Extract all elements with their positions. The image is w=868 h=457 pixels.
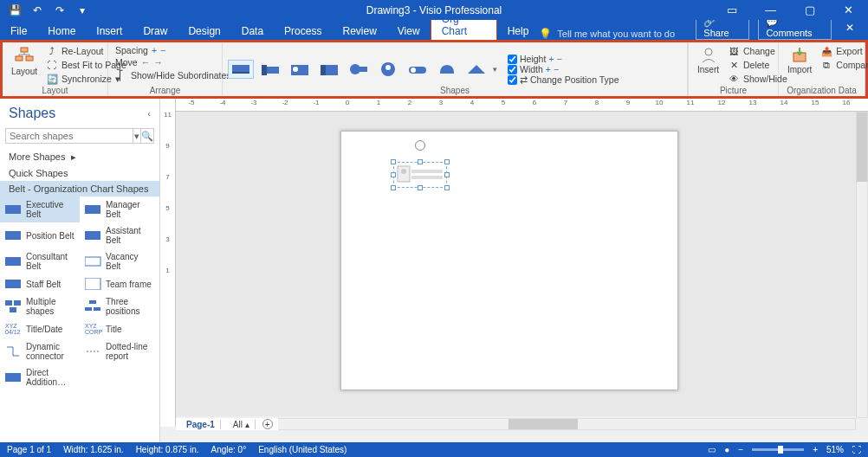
gallery-more-icon[interactable]: ▾	[493, 65, 497, 74]
close-button[interactable]: ✕	[829, 0, 868, 20]
stencil-team-frame[interactable]: Team frame	[80, 274, 159, 293]
svg-rect-27	[5, 300, 12, 306]
collapse-panel-icon[interactable]: ‹	[147, 108, 151, 119]
compare-button[interactable]: ⧉Compare	[819, 58, 868, 72]
search-go-icon[interactable]: 🔍	[140, 129, 153, 143]
stencil-manager-belt[interactable]: Manager Belt	[80, 196, 159, 222]
zoom-in-button[interactable]: +	[813, 445, 818, 454]
insert-picture-button[interactable]: Insert	[694, 44, 722, 76]
menu-bar: File Home Insert Draw Design Data Proces…	[0, 20, 868, 40]
tab-design[interactable]: Design	[178, 23, 230, 40]
zoom-slider[interactable]	[752, 448, 804, 451]
save-icon[interactable]: 💾	[9, 4, 21, 16]
rotation-handle[interactable]	[415, 140, 425, 151]
import-button[interactable]: Import	[784, 44, 815, 76]
stencil-multiple-shapes[interactable]: Multiple shapes	[0, 293, 80, 319]
tell-me-input[interactable]	[557, 29, 696, 39]
changepos-icon: ⇄	[520, 74, 528, 85]
shapes-search[interactable]: ▾ 🔍	[5, 128, 154, 144]
tab-review[interactable]: Review	[332, 23, 386, 40]
stencil-dotted-report[interactable]: Dotted-line report	[80, 338, 159, 364]
height-check[interactable]	[508, 55, 517, 64]
stencil-direct-addition[interactable]: Direct Addition…	[0, 364, 80, 390]
stencil-title-date[interactable]: XYZ04/12Title/Date	[0, 319, 80, 338]
more-shapes[interactable]: More Shapes ▸	[0, 149, 159, 165]
svg-rect-12	[359, 67, 367, 72]
show-hide-sub-button[interactable]: ⎡Show/Hide Subordinates	[113, 68, 233, 82]
status-width: Width: 1.625 in.	[63, 445, 123, 454]
shapes-panel: Shapes‹ ▾ 🔍 More Shapes ▸ Quick Shapes B…	[0, 99, 160, 442]
svg-rect-19	[5, 205, 21, 214]
group-label-arrange: Arrange	[108, 86, 222, 95]
shape-style-6[interactable]	[375, 60, 401, 79]
minimize-button[interactable]: —	[751, 0, 790, 20]
maximize-button[interactable]: ▢	[790, 0, 829, 20]
tell-me[interactable]: 💡	[539, 28, 696, 40]
shape-style-7[interactable]	[405, 60, 431, 79]
layout-button[interactable]: Layout	[8, 44, 41, 78]
page-tab-all[interactable]: All ▴	[228, 420, 256, 429]
shape-style-9[interactable]	[463, 60, 489, 79]
stencil-position-belt[interactable]: Position Belt	[0, 222, 80, 248]
shape-style-gallery[interactable]: ▾	[228, 60, 497, 79]
tab-help[interactable]: Help	[497, 23, 540, 40]
sync-icon: 🔄	[46, 73, 58, 85]
window-title: Drawing3 - Visio Professional	[366, 4, 502, 16]
horizontal-scrollbar[interactable]	[276, 418, 856, 430]
qat-more-icon[interactable]: ▾	[76, 4, 88, 16]
fit-window-icon[interactable]: ⛶	[852, 445, 861, 454]
macro-record-icon[interactable]: ●	[724, 445, 729, 454]
width-check[interactable]	[508, 65, 517, 74]
quick-shapes[interactable]: Quick Shapes	[0, 165, 159, 181]
stencil-three-positions[interactable]: Three positions	[80, 293, 159, 319]
stencil-staff-belt[interactable]: Staff Belt	[0, 274, 80, 293]
status-language[interactable]: English (United States)	[258, 445, 347, 454]
selected-shape[interactable]	[393, 162, 447, 188]
group-label-picture: Picture	[689, 86, 778, 95]
stencil-title[interactable]: XYZCORPTitle	[80, 319, 159, 338]
tab-draw[interactable]: Draw	[133, 23, 178, 40]
shape-style-3[interactable]	[287, 60, 313, 79]
svg-point-35	[401, 169, 406, 174]
shape-style-1[interactable]	[228, 60, 254, 79]
shapes-search-input[interactable]	[6, 129, 133, 143]
stencil-assistant-belt[interactable]: Assistant Belt	[80, 222, 159, 248]
stencil-vacancy-belt[interactable]: Vacancy Belt	[80, 248, 159, 274]
undo-icon[interactable]: ↶	[31, 4, 43, 16]
drawing-page[interactable]	[340, 131, 678, 390]
zoom-level[interactable]: 51%	[826, 445, 844, 454]
ribbon-options-icon[interactable]: ▭	[712, 0, 751, 20]
tab-data[interactable]: Data	[231, 23, 274, 40]
search-dropdown-icon[interactable]: ▾	[133, 129, 140, 143]
stencil-dynamic-connector[interactable]: Dynamic connector	[0, 338, 80, 364]
page-tab-1[interactable]: Page-1	[181, 420, 221, 429]
svg-rect-6	[262, 65, 267, 75]
spacing-button[interactable]: Spacing + −	[113, 44, 233, 56]
svg-rect-24	[85, 257, 100, 266]
presentation-mode-icon[interactable]: ▭	[708, 445, 716, 454]
tab-insert[interactable]: Insert	[86, 23, 133, 40]
export-button[interactable]: 📤Export	[819, 44, 868, 58]
redo-icon[interactable]: ↷	[54, 4, 66, 16]
group-label-shapes: Shapes	[223, 86, 687, 95]
tab-file[interactable]: File	[0, 23, 37, 40]
shape-style-5[interactable]	[346, 60, 372, 79]
vertical-ruler: 1197 531	[160, 99, 176, 427]
drawing-viewport[interactable]	[176, 112, 856, 416]
tab-home[interactable]: Home	[37, 23, 86, 40]
stencil-executive-belt[interactable]: Executive Belt	[0, 196, 80, 222]
vertical-scrollbar[interactable]	[856, 112, 868, 418]
zoom-out-button[interactable]: −	[738, 445, 743, 454]
shape-style-2[interactable]	[257, 60, 283, 79]
tab-process[interactable]: Process	[274, 23, 332, 40]
close-tab-button[interactable]: ✕	[840, 22, 859, 34]
add-page-button[interactable]: +	[262, 419, 273, 429]
move-button[interactable]: Move ← →	[113, 56, 233, 68]
stencil-belt-orgchart[interactable]: Belt - Organization Chart Shapes	[0, 181, 159, 196]
shape-style-8[interactable]	[434, 60, 460, 79]
shape-style-4[interactable]	[316, 60, 342, 79]
stencil-consultant-belt[interactable]: Consultant Belt	[0, 248, 80, 274]
svg-rect-21	[5, 231, 21, 240]
change-pos-check[interactable]	[508, 75, 517, 85]
tab-view[interactable]: View	[387, 23, 431, 40]
